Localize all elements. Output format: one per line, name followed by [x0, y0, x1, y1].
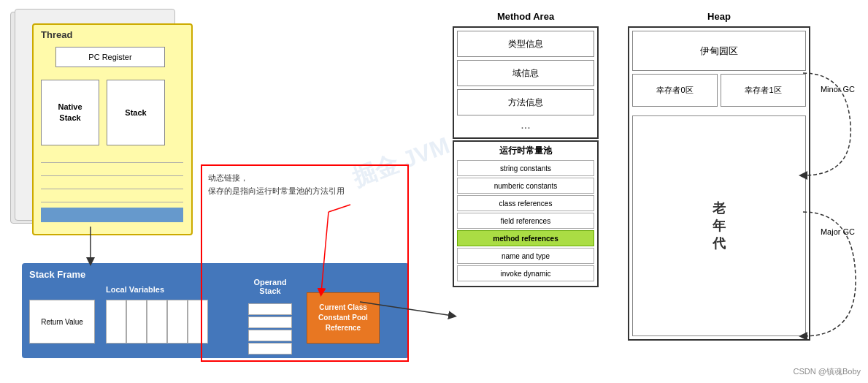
ma-dots: ... [457, 118, 594, 132]
diagram-container: Thread PC Register NativeStack Stack Sta… [0, 0, 868, 383]
thread-blue-bar [41, 208, 183, 222]
rp-numberic-constants: numberic constants [457, 178, 594, 194]
heap-eden: 伊甸园区 [632, 31, 806, 71]
thread-area: Thread PC Register NativeStack Stack [32, 23, 193, 235]
method-area-title: Method Area [453, 11, 599, 22]
runtime-pool-box: 运行时常量池 string constants numberic constan… [453, 140, 599, 287]
ma-cell-method: 方法信息 [457, 89, 594, 115]
heap-top: 伊甸园区 幸存者0区 幸存者1区 [629, 28, 809, 113]
annotation-text: 动态链接， 保存的是指向运行时常量池的方法引用 [208, 172, 345, 197]
op-cell-1 [248, 303, 292, 315]
local-variables-label: Local Variables [106, 285, 164, 294]
operand-stack-cells [248, 303, 292, 356]
thread-line-4 [41, 192, 183, 202]
local-var-boxes [106, 300, 208, 344]
ma-cell-field: 域信息 [457, 60, 594, 86]
heap-title: Heap [628, 11, 810, 22]
thread-line-2 [41, 166, 183, 176]
method-area-container: Method Area 类型信息 域信息 方法信息 ... 运行时常量池 str… [453, 11, 599, 287]
stack-frame-label: Stack Frame [29, 269, 85, 280]
lv-cell-3 [147, 300, 167, 344]
return-value-box: Return Value [29, 300, 95, 344]
op-cell-4 [248, 343, 292, 354]
csdn-label: CSDN @镇魂Boby [794, 366, 861, 377]
stack-frame-area: Stack Frame Return Value Local Variables… [22, 263, 409, 358]
thread-lines [41, 153, 183, 205]
lv-cell-5 [188, 300, 208, 344]
major-gc-label: Major GC [821, 227, 855, 238]
rp-string-constants: string constants [457, 160, 594, 176]
heap-survivor1: 幸存者1区 [721, 74, 806, 107]
ma-cell-type: 类型信息 [457, 31, 594, 57]
svg-line-2 [329, 205, 350, 212]
minor-gc-label: Minor GC [821, 84, 855, 95]
heap-old: 老年代 [632, 115, 806, 336]
rp-invoke-dynamic: invoke dynamic [457, 265, 594, 281]
stack-boxes: NativeStack Stack [41, 80, 183, 145]
rp-name-and-type: name and type [457, 248, 594, 264]
op-cell-3 [248, 330, 292, 341]
pc-register-box: PC Register [55, 47, 165, 67]
rp-field-references: field references [457, 213, 594, 229]
watermark: 掘金 JVM [348, 130, 454, 195]
lv-cell-2 [126, 300, 147, 344]
native-stack-box: NativeStack [41, 80, 99, 145]
heap-outer: 伊甸园区 幸存者0区 幸存者1区 老年代 [628, 26, 810, 341]
annotation-line1: 动态链接， [208, 172, 345, 185]
stack-box: Stack [107, 80, 165, 145]
thread-line-1 [41, 153, 183, 163]
current-class-constant-pool: Current ClassConstant PoolReference [307, 292, 380, 344]
thread-label: Thread [41, 29, 72, 40]
op-cell-2 [248, 316, 292, 328]
heap-survivor0: 幸存者0区 [632, 74, 718, 107]
annotation-line2: 保存的是指向运行时常量池的方法引用 [208, 185, 345, 198]
rp-class-references: class references [457, 195, 594, 211]
rp-method-references: method references [457, 230, 594, 246]
method-area-box: 类型信息 域信息 方法信息 ... [453, 26, 599, 139]
operand-stack-label: OperandStack [248, 278, 292, 295]
heap-survivor-row: 幸存者0区 幸存者1区 [632, 74, 806, 107]
lv-cell-1 [106, 300, 126, 344]
runtime-pool-title: 运行时常量池 [457, 145, 594, 157]
heap-container: Heap 伊甸园区 幸存者0区 幸存者1区 老年代 [628, 11, 810, 341]
thread-line-3 [41, 179, 183, 189]
lv-cell-4 [167, 300, 188, 344]
